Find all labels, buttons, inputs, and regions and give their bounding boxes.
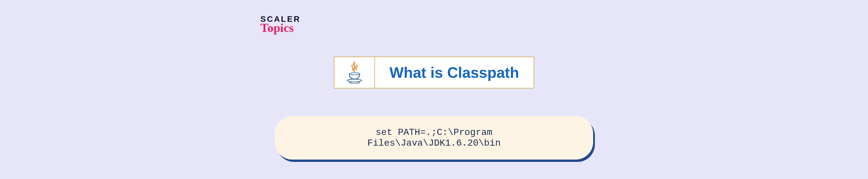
svg-point-1 — [347, 79, 362, 82]
java-logo-icon — [344, 61, 365, 84]
svg-point-2 — [349, 82, 360, 83]
scaler-topics-logo: SCALER Topics — [260, 15, 301, 35]
title-text-cell: What is Classpath — [375, 57, 533, 88]
title-box: What is Classpath — [334, 57, 534, 88]
svg-point-0 — [349, 73, 360, 75]
page-title: What is Classpath — [390, 64, 519, 81]
java-icon-cell — [335, 57, 375, 88]
code-box: set PATH=.;C:\Program Files\Java\JDK1.6.… — [275, 116, 593, 159]
code-content: set PATH=.;C:\Program Files\Java\JDK1.6.… — [368, 127, 501, 149]
